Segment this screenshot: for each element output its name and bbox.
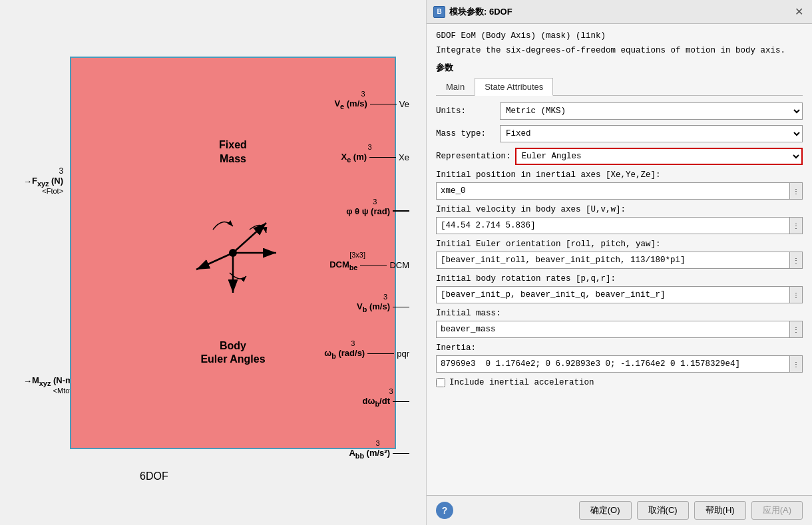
close-button[interactable]: ✕: [792, 5, 805, 19]
units-row: Units: Metric (MKS): [436, 102, 803, 120]
port-dcm-num: [3x3]: [349, 251, 365, 259]
dialog-subtitle: 6DOF EoM (Body Axis) (mask) (link): [436, 31, 803, 43]
field-row-init-mass: ⋮: [436, 321, 803, 338]
dialog-footer: ? 确定(O) 取消(C) 帮助(H) 应用(A): [427, 495, 812, 525]
field-label-init-pos: Initial position in inertial axes [Xe,Ye…: [436, 170, 803, 180]
field-section-init-mass: Initial mass: ⋮: [436, 309, 803, 338]
help-button[interactable]: 帮助(H): [694, 501, 746, 520]
cancel-button[interactable]: 取消(C): [637, 501, 689, 520]
representation-select[interactable]: Euler Angles: [515, 148, 803, 165]
port-f-arrow: →: [23, 176, 32, 186]
port-wb-label: ωb (rad/s): [324, 348, 365, 360]
section-label-params: 参数: [436, 62, 803, 74]
port-ptp-num: 3: [373, 198, 377, 206]
field-section-init-rot: Initial body rotation rates [p,q,r]: ⋮: [436, 274, 803, 303]
tab-state-attributes[interactable]: State Attributes: [475, 78, 553, 96]
tabs-row: Main State Attributes: [436, 78, 803, 96]
field-menu-btn-init-vel[interactable]: ⋮: [789, 217, 803, 234]
port-xe-num: 3: [368, 143, 372, 151]
port-dcm-out: DCM: [389, 260, 409, 270]
dialog-panel: B 模块参数: 6DOF ✕ 6DOF EoM (Body Axis) (mas…: [426, 0, 812, 525]
port-m-label: Mxyz (N-m): [32, 375, 76, 387]
checkbox-label[interactable]: Include inertial acceleration: [449, 378, 594, 387]
port-xe-line: [369, 157, 396, 158]
field-section-init-vel: Initial velocity in body axes [U,v,w]: ⋮: [436, 205, 803, 234]
dialog-titlebar: B 模块参数: 6DOF ✕: [427, 0, 812, 24]
field-row-init-pos: ⋮: [436, 182, 803, 200]
port-ftot-label: <Ftot>: [42, 187, 63, 195]
port-wb-line: [367, 353, 394, 355]
field-menu-btn-inertia[interactable]: ⋮: [789, 355, 803, 373]
field-row-init-vel: ⋮: [436, 217, 803, 234]
block-container: 3 → Fxyz (N) <Ftot> 3 → Mxyz (N-m) <Mtot…: [23, 37, 409, 489]
field-input-init-vel[interactable]: [436, 217, 789, 234]
representation-label: Representation:: [436, 152, 511, 161]
include-inertial-checkbox[interactable]: [436, 378, 445, 387]
units-select[interactable]: Metric (MKS): [500, 102, 803, 120]
mass-type-row: Mass type: Fixed: [436, 125, 803, 142]
field-label-init-rot: Initial body rotation rates [p,q,r]:: [436, 274, 803, 283]
checkbox-row: Include inertial acceleration: [436, 378, 803, 387]
field-menu-btn-init-euler[interactable]: ⋮: [789, 252, 803, 269]
port-ptp-line: [393, 210, 409, 212]
port-pqr-out: pqr: [397, 349, 409, 359]
field-label-init-euler: Initial Euler orientation [roll, pitch, …: [436, 240, 803, 249]
port-dwb-line: [393, 401, 409, 403]
port-ptp-label: φ θ ψ (rad): [346, 206, 390, 216]
units-label: Units:: [436, 106, 496, 116]
field-menu-btn-init-rot[interactable]: ⋮: [789, 286, 803, 303]
field-input-inertia[interactable]: [436, 355, 789, 373]
help-icon-button[interactable]: ?: [436, 502, 453, 519]
field-input-init-pos[interactable]: [436, 182, 789, 200]
port-ve-num: 3: [361, 90, 365, 98]
port-vb-label: Vb (m/s): [357, 301, 390, 313]
block-bottom-label: 6DOF: [140, 470, 168, 482]
field-input-init-euler[interactable]: [436, 252, 789, 269]
port-m-arrow: →: [23, 376, 32, 386]
block-interior: FixedMass: [186, 138, 280, 367]
port-dcm-label: DCMbe: [329, 260, 357, 271]
field-row-init-euler: ⋮: [436, 252, 803, 269]
port-vb-line: [393, 307, 409, 308]
port-abb-num: 3: [375, 439, 379, 447]
block-text-fixed-mass: FixedMass: [219, 138, 247, 166]
port-f-label: Fxyz (N): [32, 176, 63, 188]
port-xe-label: Xe (m): [341, 152, 367, 164]
port-ve-out: Ve: [399, 99, 409, 109]
port-dcm-line: [360, 265, 387, 266]
svg-line-4: [196, 253, 233, 269]
field-input-init-rot[interactable]: [436, 286, 789, 303]
apply-button[interactable]: 应用(A): [751, 501, 803, 520]
field-label-init-mass: Initial mass:: [436, 309, 803, 318]
mass-type-label: Mass type:: [436, 129, 496, 138]
field-label-inertia: Inertia:: [436, 343, 803, 353]
field-section-inertia: Inertia: ⋮: [436, 343, 803, 373]
block-text-body-euler: BodyEuler Angles: [200, 339, 265, 367]
field-label-init-vel: Initial velocity in body axes [U,v,w]:: [436, 205, 803, 214]
port-dwb-num: 3: [389, 387, 393, 395]
field-menu-btn-init-pos[interactable]: ⋮: [789, 182, 803, 200]
tab-main[interactable]: Main: [436, 78, 475, 95]
port-abb-line: [393, 453, 409, 454]
dialog-description: Integrate the six-degrees-of-freedom equ…: [436, 45, 803, 57]
port-f-num: 3: [59, 166, 63, 176]
field-input-init-mass[interactable]: [436, 321, 789, 338]
port-ve-line: [370, 104, 397, 105]
confirm-button[interactable]: 确定(O): [579, 501, 632, 520]
field-menu-btn-init-mass[interactable]: ⋮: [789, 321, 803, 338]
dialog-title-text: 模块参数: 6DOF: [449, 6, 512, 18]
field-section-init-pos: Initial position in inertial axes [Xe,Ye…: [436, 170, 803, 200]
dialog-title-left: B 模块参数: 6DOF: [433, 6, 512, 18]
field-section-init-euler: Initial Euler orientation [roll, pitch, …: [436, 240, 803, 269]
port-dwb-label: dωb/dt: [363, 396, 390, 408]
field-row-init-rot: ⋮: [436, 286, 803, 303]
port-wb-num: 3: [351, 339, 355, 347]
simulation-area: 3 → Fxyz (N) <Ftot> 3 → Mxyz (N-m) <Mtot…: [0, 0, 433, 525]
field-row-inertia: ⋮: [436, 355, 803, 373]
port-abb-label: Abb (m/s²): [349, 448, 390, 460]
port-ve-label: Ve (m/s): [334, 98, 367, 110]
svg-line-1: [233, 223, 266, 253]
dialog-content: 6DOF EoM (Body Axis) (mask) (link) Integ…: [427, 24, 812, 495]
mass-type-select[interactable]: Fixed: [500, 125, 803, 142]
port-vb-num: 3: [383, 293, 387, 301]
